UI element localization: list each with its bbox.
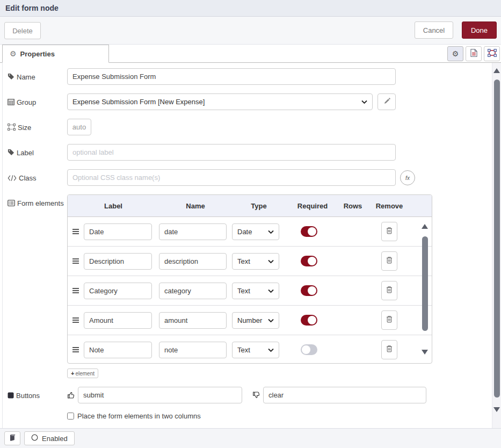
- drag-handle[interactable]: [68, 228, 84, 235]
- element-name-input[interactable]: [159, 312, 227, 329]
- clear-button-input[interactable]: [263, 387, 426, 403]
- col-header-remove: Remove: [366, 202, 412, 210]
- help-button[interactable]: [4, 431, 20, 445]
- form-elements-label: Form elements: [8, 194, 67, 209]
- drag-handle[interactable]: [68, 346, 84, 353]
- env-var-button[interactable]: fx: [400, 170, 415, 185]
- required-toggle[interactable]: [301, 344, 317, 355]
- size-auto-button[interactable]: auto: [67, 119, 91, 135]
- scroll-up-arrow[interactable]: [422, 224, 428, 229]
- remove-element-button[interactable]: [381, 281, 397, 300]
- done-button[interactable]: Done: [462, 21, 497, 39]
- tab-buttons: ⚙: [447, 46, 500, 61]
- main-scrollbar[interactable]: [492, 63, 501, 428]
- element-type-select[interactable]: Text: [232, 283, 279, 299]
- scrollbar-thumb[interactable]: [422, 236, 428, 331]
- add-element-button[interactable]: +element: [67, 368, 98, 378]
- element-type-select[interactable]: Number: [232, 312, 279, 329]
- element-name-input[interactable]: [159, 223, 227, 240]
- col-header-name: Name: [159, 202, 232, 210]
- element-name-input[interactable]: [159, 342, 227, 358]
- required-toggle[interactable]: [301, 315, 317, 326]
- dialog-header: Edit form node: [0, 0, 501, 17]
- element-label-input[interactable]: [84, 253, 152, 270]
- label-input[interactable]: [67, 144, 396, 161]
- table-scrollbar[interactable]: [420, 217, 430, 363]
- drag-handle[interactable]: [68, 287, 84, 294]
- remove-element-button[interactable]: [381, 251, 397, 271]
- remove-element-button[interactable]: [381, 340, 397, 359]
- class-label: Class: [8, 169, 67, 184]
- class-input[interactable]: [67, 169, 396, 186]
- elements-table: Label Name Type Required Rows Remove Dat…: [67, 194, 432, 364]
- edit-group-button[interactable]: [377, 93, 396, 110]
- submit-button-input[interactable]: [78, 387, 242, 403]
- element-type-select[interactable]: Date: [232, 223, 279, 240]
- chevron-down-icon: [361, 98, 367, 106]
- element-label-input[interactable]: [84, 312, 152, 329]
- element-row: Text: [68, 276, 432, 306]
- element-type-value: Text: [237, 257, 250, 265]
- element-label-input[interactable]: [84, 283, 152, 299]
- tag-icon: [8, 148, 14, 159]
- tab-bar: ⚙ Properties ⚙: [0, 45, 501, 63]
- scroll-down-arrow[interactable]: [493, 407, 500, 412]
- elements-table-body: Date Text: [68, 217, 432, 363]
- tab-properties-label: Properties: [20, 50, 55, 58]
- element-label-input[interactable]: [84, 223, 152, 240]
- group-row: Group Expense Submission Form [New Expen…: [8, 93, 485, 110]
- element-name-input[interactable]: [159, 253, 227, 270]
- thumbs-down-icon: [252, 391, 260, 399]
- grip-lines-icon: [72, 346, 79, 353]
- enabled-toggle-button[interactable]: Enabled: [24, 431, 75, 445]
- required-toggle[interactable]: [301, 226, 317, 237]
- scrollbar-thumb[interactable]: [494, 80, 500, 398]
- element-name-input[interactable]: [159, 283, 227, 299]
- two-columns-checkbox[interactable]: [67, 413, 74, 420]
- tab-button-appearance[interactable]: [484, 46, 500, 61]
- cancel-button[interactable]: Cancel: [415, 21, 453, 39]
- remove-element-button[interactable]: [381, 310, 397, 330]
- group-select[interactable]: Expense Submission Form [New Expense]: [67, 93, 373, 110]
- dialog-footer: Enabled: [0, 428, 501, 448]
- tab-button-properties[interactable]: ⚙: [447, 46, 463, 61]
- pencil-icon: [383, 97, 390, 107]
- col-header-type: Type: [232, 202, 286, 210]
- buttons-row: Buttons: [8, 387, 485, 403]
- two-columns-row: Place the form elements in two columns: [67, 412, 485, 420]
- drag-handle[interactable]: [68, 317, 84, 323]
- name-row: Name: [8, 68, 485, 85]
- group-select-value: Expense Submission Form [New Expense]: [72, 98, 205, 106]
- grip-lines-icon: [72, 317, 79, 323]
- two-columns-label: Place the form elements in two columns: [77, 412, 201, 420]
- scroll-down-arrow[interactable]: [422, 350, 428, 355]
- gear-icon: ⚙: [452, 50, 459, 57]
- element-row: Number: [68, 306, 432, 335]
- element-type-value: Text: [237, 287, 250, 295]
- tag-icon: [8, 73, 14, 83]
- tab-properties[interactable]: ⚙ Properties: [2, 45, 109, 63]
- form-elements-row: Form elements Label Name Type Required R…: [8, 194, 485, 364]
- delete-button[interactable]: Delete: [4, 22, 41, 39]
- tab-button-description[interactable]: [466, 46, 482, 61]
- drag-handle[interactable]: [68, 258, 84, 264]
- element-type-select[interactable]: Text: [232, 342, 279, 358]
- square-icon: [8, 391, 14, 402]
- name-input[interactable]: [67, 68, 396, 85]
- size-row: Size auto: [8, 119, 485, 135]
- object-group-icon: [8, 123, 16, 134]
- element-type-select[interactable]: Text: [232, 253, 279, 270]
- chevron-down-icon: [268, 346, 274, 354]
- trash-icon: [386, 286, 393, 295]
- element-label-input[interactable]: [84, 342, 152, 358]
- required-toggle[interactable]: [301, 285, 317, 296]
- enabled-label: Enabled: [42, 435, 68, 443]
- buttons-label: Buttons: [8, 387, 67, 402]
- table-icon: [8, 98, 14, 109]
- name-label: Name: [8, 68, 67, 83]
- scroll-up-arrow[interactable]: [493, 68, 500, 73]
- remove-element-button[interactable]: [381, 222, 397, 241]
- element-type-value: Date: [237, 228, 252, 236]
- object-group-icon: [488, 49, 497, 59]
- required-toggle[interactable]: [301, 256, 317, 266]
